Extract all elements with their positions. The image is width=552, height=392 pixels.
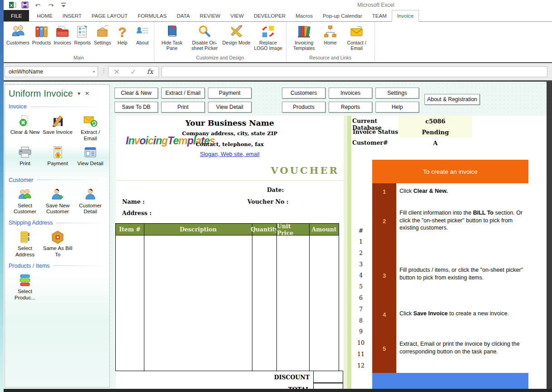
tab-macros[interactable]: Macros — [291, 10, 318, 21]
ribbon-button-about[interactable]: About — [133, 24, 153, 46]
name-label: Name : — [122, 198, 145, 205]
tab-file[interactable]: FILE — [4, 10, 29, 21]
ribbon: CustomersProductsInvoicesReportsSettings… — [4, 22, 552, 62]
ws-button-reports[interactable]: Reports — [329, 102, 372, 113]
customize-quick-access-icon[interactable] — [60, 1, 67, 9]
task-pane-title: Uniform Invoice — [9, 88, 73, 99]
window-right-border — [547, 82, 552, 392]
row-number: 9 — [357, 328, 365, 335]
table-body-cell[interactable] — [144, 235, 252, 371]
tab-data[interactable]: DATA — [172, 10, 195, 21]
pane-item-label: View Detail — [77, 161, 103, 167]
ws-button-extract-email[interactable]: Extract / Email — [161, 88, 205, 98]
pane-item-view-detail[interactable]: View Detail — [74, 145, 107, 172]
ws-button-help[interactable]: Help — [375, 102, 419, 113]
tab-home[interactable]: HOME — [32, 10, 58, 21]
task-pane-close-icon[interactable]: ✕ — [85, 90, 89, 97]
pane-item-label: Select Customer — [9, 203, 41, 216]
ws-button-customers[interactable]: Customers — [282, 88, 325, 98]
task-pane-dropdown-icon[interactable]: ▾ — [78, 90, 80, 97]
save-icon[interactable] — [21, 1, 29, 9]
enter-icon[interactable]: ✓ — [130, 68, 136, 76]
redo-icon[interactable] — [47, 1, 54, 9]
ribbon-button-contact-email[interactable]: Contact / Email — [340, 24, 373, 52]
ws-button-view-detail[interactable]: View Detail — [208, 102, 251, 113]
ribbon-button-help[interactable]: ?Help — [113, 24, 133, 46]
table-body-cell[interactable] — [276, 235, 310, 371]
pane-item-extract-email[interactable]: Extract / Email — [74, 114, 107, 142]
ribbon-button-settings[interactable]: Settings — [93, 24, 113, 46]
pane-item-same-as-bill-to[interactable]: Same As Bill To — [41, 230, 74, 258]
ribbon-group-resource-and-links: Invoicing TemplatesHomeContact / EmailRe… — [286, 22, 375, 62]
ribbon-group-label: Resource and Links — [288, 54, 373, 62]
cancel-icon[interactable]: ✕ — [114, 68, 120, 76]
ribbon-button-invoices[interactable]: Invoices — [52, 24, 73, 46]
on-sheet-picker-icon — [197, 24, 212, 39]
ws-button-payment[interactable]: Payment — [208, 88, 251, 98]
ribbon-button-disable-on-sheet-picker[interactable]: Disable On-sheet Picker — [188, 24, 221, 52]
ws-button-clear-new[interactable]: Clear & New — [114, 88, 158, 98]
ribbon-button-customers[interactable]: Customers — [5, 24, 31, 46]
tab-formulas[interactable]: FORMULAS — [133, 10, 172, 21]
ribbon-button-hide-task-pane[interactable]: Hide Task Pane — [156, 24, 188, 52]
tab-pop-up-calendar[interactable]: Pop-up Calendar — [318, 10, 367, 21]
table-body-cell[interactable] — [115, 235, 144, 371]
ribbon-button-replace-logo-image[interactable]: Replace LOGO Image — [252, 24, 285, 52]
ws-button-print[interactable]: Print — [161, 102, 205, 113]
pane-item-select-produc-[interactable]: Select Produc... — [9, 273, 41, 301]
tab-developer[interactable]: DEVELOPER — [249, 10, 291, 21]
pane-item-print[interactable]: Print — [9, 145, 41, 172]
step-text: Extract, Email or print the invoice by c… — [399, 340, 528, 355]
tab-insert[interactable]: INSERT — [58, 10, 87, 21]
business-contact: Contact, telephone, fax — [116, 141, 344, 147]
pane-item-customer-detail[interactable]: Customer Detail — [74, 187, 107, 216]
table-body-cell[interactable] — [309, 235, 339, 371]
pane-item-select-address[interactable]: Select Address — [9, 230, 41, 258]
ribbon-button-label: Hide Task Pane — [157, 40, 187, 51]
ribbon-group-label: Main — [5, 54, 153, 62]
pane-item-payment[interactable]: $Payment — [41, 145, 74, 172]
name-box-dropdown-icon[interactable]: ▾ — [93, 69, 95, 74]
tab-invoice[interactable]: Invoice — [392, 10, 419, 22]
tab-view[interactable]: VIEW — [225, 10, 248, 21]
pane-item-save-invoice[interactable]: Save Invoice — [41, 114, 74, 142]
tab-review[interactable]: REVIEW — [195, 10, 225, 21]
ribbon-button-home[interactable]: Home — [320, 24, 340, 46]
row-number: 2 — [357, 250, 365, 256]
home-icon — [323, 24, 337, 39]
step-text: Fill client information into the BILL To… — [399, 209, 528, 232]
ribbon-button-label: Help — [118, 40, 128, 45]
pane-item-select-customer[interactable]: Select Customer — [9, 187, 41, 216]
task-pane: Uniform Invoice ▾ ✕ InvoiceClear & NewSa… — [5, 84, 110, 387]
ws-button-save-to-db[interactable]: Save To DB — [114, 102, 158, 113]
tab-page-layout[interactable]: PAGE LAYOUT — [87, 10, 133, 21]
ws-button-settings[interactable]: Settings — [375, 88, 419, 98]
ws-button-invoices[interactable]: Invoices — [329, 88, 372, 98]
footer-value-cell[interactable] — [313, 371, 343, 383]
ribbon-button-label: About — [136, 40, 148, 45]
pane-item-save-new-customer[interactable]: Save New Customer — [41, 187, 74, 216]
pane-item-clear-new[interactable]: Clear & New — [9, 114, 41, 142]
voucher-no-label: Voucher No : — [247, 198, 288, 205]
excel-logo-icon[interactable]: X — [9, 1, 16, 9]
ribbon-button-design-mode[interactable]: Design Mode — [221, 24, 252, 46]
table-body-cell[interactable] — [252, 235, 277, 371]
same-as-bill-icon — [50, 230, 65, 245]
ribbon-button-invoicing-templates[interactable]: Invoicing Templates — [288, 24, 320, 52]
ws-button-about-registration[interactable]: About & Registration — [424, 94, 480, 105]
ribbon-button-reports[interactable]: Reports — [73, 24, 93, 46]
ribbon-button-products[interactable]: Products — [31, 24, 52, 46]
insert-function-icon[interactable]: fx — [147, 68, 153, 76]
tab-team[interactable]: TEAM — [367, 10, 392, 21]
undo-icon[interactable] — [34, 1, 42, 9]
status-value: Pending — [399, 127, 472, 137]
ribbon-group-customize-and-design: Hide Task PaneDisable On-sheet PickerDes… — [154, 22, 286, 62]
guide-banner: To create an invoice — [372, 160, 528, 183]
formula-input[interactable] — [162, 66, 547, 77]
pane-section-label: Customer — [9, 177, 106, 183]
ws-button-products[interactable]: Products — [282, 102, 325, 113]
ribbon-button-label: Reports — [74, 40, 91, 45]
slogan-link[interactable]: Slogan, Web site, email — [116, 151, 344, 157]
pane-section-label: Products / Items — [9, 263, 106, 269]
name-box[interactable]: oknWhoName ▾ — [5, 66, 98, 77]
